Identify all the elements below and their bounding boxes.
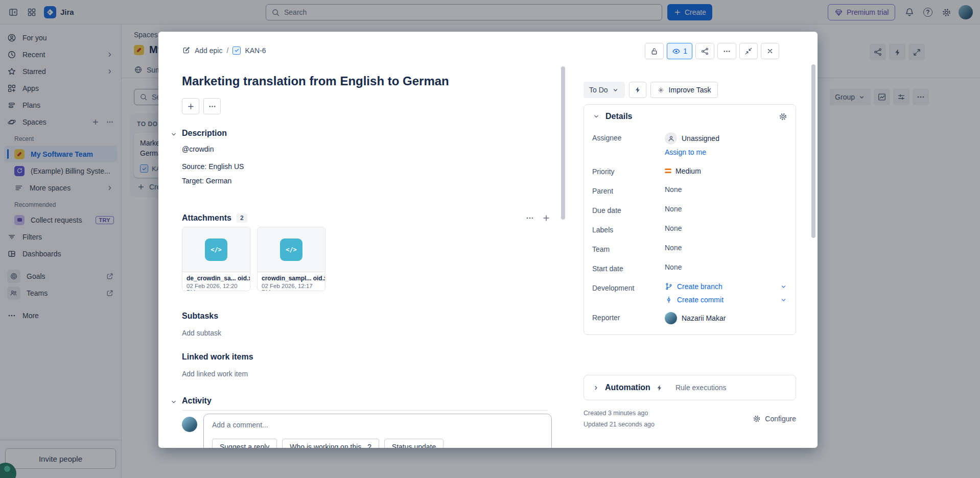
attachment-card[interactable]: </> de_crowdin_sa... oid.xml 02 Feb 2026…: [182, 227, 250, 291]
collapse-icon: [744, 47, 753, 55]
parent-value[interactable]: None: [665, 185, 682, 195]
configure-button[interactable]: Configure: [753, 408, 796, 430]
add-epic-icon[interactable]: [182, 46, 191, 55]
issue-key-link[interactable]: KAN-6: [245, 46, 266, 55]
toolbar-more-button[interactable]: [203, 98, 221, 114]
labels-value[interactable]: None: [665, 224, 682, 234]
lightning-icon: [634, 86, 642, 94]
activity-collapse-icon[interactable]: [170, 398, 178, 406]
ellipsis-icon: [722, 47, 731, 56]
details-collapse-icon[interactable]: [592, 112, 600, 121]
attachment-name: crowdin_sampl... oid.xml: [258, 272, 325, 282]
add-epic-link[interactable]: Add epic: [195, 46, 222, 55]
details-settings-icon[interactable]: [779, 112, 787, 121]
left-column-scrollbar[interactable]: [561, 66, 565, 220]
watch-button[interactable]: 1: [667, 43, 692, 59]
gear-icon: [753, 415, 761, 423]
field-team: Team None: [592, 244, 787, 253]
quick-reply-row: Suggest a reply Who is working on this..…: [204, 436, 551, 448]
code-file-icon: </>: [205, 238, 227, 261]
watch-count: 1: [683, 47, 687, 55]
field-development: Development Create branch Create commit: [592, 282, 787, 304]
field-parent: Parent None: [592, 185, 787, 195]
description-heading[interactable]: Description: [182, 129, 227, 138]
attachment-date: 02 Feb 2026, 12:20 PM: [182, 282, 250, 291]
description-mention[interactable]: @crowdin: [182, 145, 214, 153]
reporter-avatar: [665, 312, 677, 324]
activity-heading[interactable]: Activity: [182, 396, 212, 405]
create-branch-link[interactable]: Create branch: [665, 282, 787, 291]
automation-quick-button[interactable]: [629, 82, 646, 98]
attachments-list: </> de_crowdin_sa... oid.xml 02 Feb 2026…: [182, 227, 325, 291]
task-type-icon: [232, 46, 241, 55]
add-linked-item-button[interactable]: Add linked work item: [182, 370, 248, 378]
issue-breadcrumb: Add epic / KAN-6: [182, 46, 266, 55]
current-user-avatar: [182, 417, 197, 432]
add-subtask-button[interactable]: Add subtask: [182, 329, 221, 337]
details-heading[interactable]: Details: [605, 112, 632, 121]
lock-button[interactable]: [645, 43, 664, 59]
assignee-value[interactable]: Unassigned: [665, 132, 719, 145]
attachments-count-badge: 2: [237, 213, 247, 223]
field-assignee: Assignee Unassigned Assign to me: [592, 132, 787, 156]
automation-panel[interactable]: Automation Rule executions: [584, 375, 796, 400]
share-issue-button[interactable]: [695, 43, 714, 59]
field-start-date: Start date None: [592, 263, 787, 273]
unassigned-avatar-icon: [665, 132, 677, 145]
status-row: To Do Improve Task: [584, 82, 718, 98]
unlock-icon: [650, 47, 659, 56]
chevron-down-icon[interactable]: [780, 283, 787, 291]
issue-title[interactable]: Marketing translation from English to Ge…: [182, 74, 560, 89]
rule-executions-link[interactable]: Rule executions: [675, 384, 727, 392]
attachment-thumbnail: </>: [258, 227, 325, 272]
share-icon: [701, 47, 709, 56]
improve-task-button[interactable]: Improve Task: [650, 82, 718, 98]
chevron-down-icon[interactable]: [780, 296, 787, 304]
modal-scrollbar[interactable]: [811, 64, 815, 238]
chevron-right-icon: [592, 384, 600, 392]
due-date-value[interactable]: None: [665, 205, 682, 214]
close-icon: [766, 47, 774, 55]
issue-toolbar: [182, 98, 221, 114]
description-source: Source: English US: [182, 162, 244, 171]
subtasks-heading: Subtasks: [182, 312, 218, 321]
add-content-button[interactable]: [182, 98, 199, 114]
team-value[interactable]: None: [665, 244, 682, 253]
sparkle-icon: [657, 86, 665, 94]
close-modal-button[interactable]: [761, 43, 779, 59]
assign-to-me-link[interactable]: Assign to me: [665, 148, 719, 156]
comment-editor[interactable]: Add a comment... Suggest a reply Who is …: [203, 414, 552, 448]
collapse-modal-button[interactable]: [739, 43, 758, 59]
ellipsis-icon: [208, 102, 217, 111]
status-update-button[interactable]: Status update: [384, 439, 444, 448]
attachments-heading[interactable]: Attachments: [182, 213, 231, 223]
attachment-name: de_crowdin_sa... oid.xml: [182, 272, 250, 282]
suggest-reply-button[interactable]: Suggest a reply: [212, 439, 277, 448]
modal-window-buttons: 1: [645, 43, 779, 59]
who-is-working-button[interactable]: Who is working on this...?: [282, 439, 379, 448]
field-due-date: Due date None: [592, 205, 787, 214]
description-collapse-icon[interactable]: [170, 130, 178, 138]
start-date-value[interactable]: None: [665, 263, 682, 273]
activity-divider: [182, 410, 548, 411]
automation-heading: Automation: [605, 383, 650, 392]
lightning-icon: [656, 384, 663, 392]
status-dropdown[interactable]: To Do: [584, 82, 625, 98]
issue-more-button[interactable]: [717, 43, 736, 59]
priority-medium-icon: [665, 169, 671, 173]
attachments-add-icon[interactable]: [542, 213, 551, 223]
eye-icon: [672, 47, 681, 56]
comment-placeholder[interactable]: Add a comment...: [204, 414, 551, 436]
attachments-more-icon[interactable]: [525, 213, 534, 223]
attachments-header: Attachments 2: [182, 213, 551, 223]
issue-modal: Add epic / KAN-6 1 Marketing translation…: [158, 32, 818, 448]
plus-icon: [186, 102, 195, 111]
chevron-down-icon: [612, 86, 619, 94]
create-commit-link[interactable]: Create commit: [665, 296, 787, 304]
attachment-card[interactable]: </> crowdin_sampl... oid.xml 02 Feb 2026…: [257, 227, 325, 291]
reporter-value[interactable]: Nazarii Makar: [665, 312, 726, 324]
field-reporter: Reporter Nazarii Makar: [592, 312, 787, 324]
created-timestamp: Created 3 minutes ago: [584, 408, 655, 419]
field-labels: Labels None: [592, 224, 787, 234]
priority-value[interactable]: Medium: [665, 166, 701, 176]
